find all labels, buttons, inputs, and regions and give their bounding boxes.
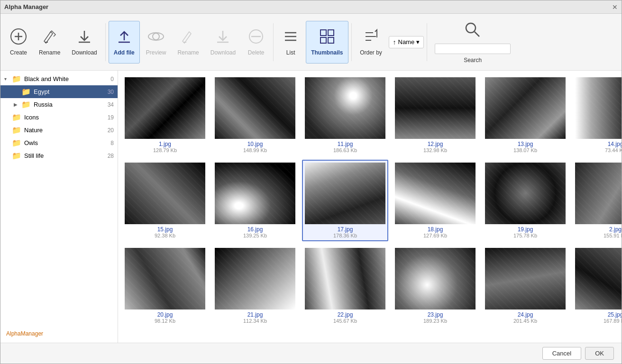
svg-point-25 bbox=[466, 23, 476, 33]
thumbnail-item[interactable]: 18.jpg127.69 Kb bbox=[392, 160, 478, 241]
ok-button[interactable]: OK bbox=[585, 347, 614, 360]
thumbnail-item[interactable]: 13.jpg138.07 Kb bbox=[482, 74, 568, 156]
rename-right-icon bbox=[180, 28, 197, 47]
rename-right-button[interactable]: Rename bbox=[172, 21, 204, 64]
thumbnail-image bbox=[575, 163, 622, 224]
thumbnail-filename: 15.jpg bbox=[157, 226, 173, 233]
download-left-icon bbox=[76, 28, 93, 47]
delete-button[interactable]: Delete bbox=[242, 21, 270, 64]
thumbnail-filesize: 127.69 Kb bbox=[423, 233, 447, 238]
russia-count: 34 bbox=[108, 101, 114, 108]
content-area[interactable]: 1.jpg128.79 Kb10.jpg148.99 Kb11.jpg186.6… bbox=[118, 71, 622, 343]
sidebar-item-russia[interactable]: ▶ 📁 Russia 34 bbox=[0, 98, 118, 111]
thumbnail-filesize: 138.07 Kb bbox=[513, 147, 537, 153]
icons-count: 19 bbox=[108, 114, 114, 121]
name-sort-selector[interactable]: ↑ Name ▾ bbox=[389, 36, 424, 48]
thumbnail-filename: 19.jpg bbox=[518, 226, 533, 233]
thumbnail-image bbox=[485, 248, 566, 309]
thumbnail-image bbox=[395, 77, 476, 139]
thumbnail-filename: 18.jpg bbox=[428, 226, 443, 233]
preview-button[interactable]: Preview bbox=[141, 21, 172, 64]
thumbnail-image bbox=[305, 248, 385, 309]
thumbnail-filename: 1.jpg bbox=[159, 141, 171, 147]
thumbnail-filesize: 112.34 Kb bbox=[243, 318, 267, 324]
folder-icon-owls: 📁 bbox=[12, 138, 21, 147]
nature-label: Nature bbox=[24, 127, 108, 134]
owls-count: 8 bbox=[110, 140, 114, 146]
thumbnail-item[interactable]: 10.jpg148.99 Kb bbox=[212, 74, 298, 156]
thumbnail-filename: 12.jpg bbox=[428, 141, 443, 147]
sidebar-item-black-and-white[interactable]: ▾ 📁 Black and White 0 bbox=[0, 73, 118, 85]
russia-label: Russia bbox=[34, 101, 108, 108]
folder-icon-icons: 📁 bbox=[12, 113, 21, 122]
thumbnail-item[interactable]: 11.jpg186.63 Kb bbox=[302, 74, 388, 156]
thumbnails-view-icon bbox=[319, 28, 336, 47]
thumbnail-filesize: 92.38 Kb bbox=[155, 233, 175, 238]
sidebar-item-still-life[interactable]: 📁 Still life 28 bbox=[0, 149, 118, 162]
thumbnail-filesize: 73.44 Kb bbox=[605, 147, 622, 153]
order-by-button[interactable]: Order by bbox=[355, 21, 388, 64]
folder-icon-nature: 📁 bbox=[12, 126, 21, 135]
sep3 bbox=[351, 23, 352, 61]
thumbnail-item[interactable]: 17.jpg178.36 Kb bbox=[302, 160, 388, 241]
download-right-label: Download bbox=[210, 49, 236, 56]
delete-label: Delete bbox=[248, 49, 265, 56]
main-area: ▾ 📁 Black and White 0 📁 Egypt 30 ▶ 📁 Rus… bbox=[0, 71, 622, 343]
add-file-button[interactable]: Add file bbox=[109, 21, 140, 64]
thumbnail-item[interactable]: 1.jpg128.79 Kb bbox=[122, 74, 208, 156]
sidebar-item-owls[interactable]: 📁 Owls 8 bbox=[0, 136, 118, 149]
thumbnail-image bbox=[125, 248, 205, 309]
thumbnails-grid: 1.jpg128.79 Kb10.jpg148.99 Kb11.jpg186.6… bbox=[122, 74, 618, 327]
egypt-label: Egypt bbox=[34, 88, 108, 95]
thumbnail-image bbox=[305, 163, 385, 224]
list-view-button[interactable]: List bbox=[276, 21, 305, 64]
svg-line-26 bbox=[475, 32, 479, 36]
thumbnail-filename: 16.jpg bbox=[247, 226, 263, 233]
sidebar-item-icons[interactable]: 📁 Icons 19 bbox=[0, 111, 118, 124]
thumbnail-filesize: 175.78 Kb bbox=[513, 233, 537, 238]
thumbnail-image bbox=[215, 248, 295, 309]
download-left-button[interactable]: Download bbox=[66, 21, 102, 64]
thumbnail-image bbox=[215, 77, 295, 139]
thumbnail-filename: 14.jpg bbox=[608, 141, 622, 147]
thumbnail-item[interactable]: 24.jpg201.45 Kb bbox=[482, 245, 568, 327]
thumbnail-filename: 10.jpg bbox=[247, 141, 263, 147]
thumbnail-image bbox=[575, 77, 622, 139]
thumbnail-item[interactable]: 25.jpg167.89 Kb bbox=[572, 245, 622, 327]
thumbnails-view-button[interactable]: Thumbnails bbox=[306, 21, 348, 64]
rename-left-label: Rename bbox=[39, 49, 60, 56]
create-button[interactable]: Create bbox=[4, 21, 33, 64]
svg-rect-19 bbox=[328, 30, 334, 36]
download-right-button[interactable]: Download bbox=[205, 21, 241, 64]
thumbnail-item[interactable]: 21.jpg112.34 Kb bbox=[212, 245, 298, 327]
thumbnail-item[interactable]: 2.jpg155.91 Kb bbox=[572, 160, 622, 241]
search-icon bbox=[463, 20, 482, 41]
rename-left-button[interactable]: Rename bbox=[34, 21, 65, 64]
thumbnail-filename: 13.jpg bbox=[518, 141, 533, 147]
cancel-button[interactable]: Cancel bbox=[542, 347, 581, 360]
thumbnail-image bbox=[485, 163, 566, 224]
name-sort-dropdown-icon: ▾ bbox=[416, 38, 420, 46]
thumbnail-filename: 2.jpg bbox=[609, 226, 622, 233]
thumbnail-item[interactable]: 22.jpg145.67 Kb bbox=[302, 245, 388, 327]
preview-icon bbox=[147, 28, 165, 47]
close-button[interactable]: ✕ bbox=[612, 4, 618, 10]
thumbnail-item[interactable]: 20.jpg98.12 Kb bbox=[122, 245, 208, 327]
svg-rect-18 bbox=[320, 30, 326, 36]
thumbnail-item[interactable]: 23.jpg189.23 Kb bbox=[392, 245, 478, 327]
thumbnail-filename: 25.jpg bbox=[608, 311, 622, 318]
thumbnail-item[interactable]: 19.jpg175.78 Kb bbox=[482, 160, 568, 241]
owls-label: Owls bbox=[24, 139, 110, 146]
thumbnail-item[interactable]: 12.jpg132.98 Kb bbox=[392, 74, 478, 156]
sidebar-item-nature[interactable]: 📁 Nature 20 bbox=[0, 124, 118, 136]
search-input[interactable] bbox=[435, 44, 511, 54]
expand-nature-icon bbox=[4, 127, 12, 133]
sep1 bbox=[105, 23, 106, 61]
thumbnail-item[interactable]: 15.jpg92.38 Kb bbox=[122, 160, 208, 241]
thumbnail-item[interactable]: 14.jpg73.44 Kb bbox=[572, 74, 622, 156]
sidebar-item-egypt[interactable]: 📁 Egypt 30 bbox=[0, 85, 118, 98]
thumbnail-item[interactable]: 16.jpg139.25 Kb bbox=[212, 160, 298, 241]
svg-point-8 bbox=[153, 33, 159, 40]
folder-icon: 📁 bbox=[12, 74, 21, 83]
window-title: Alpha Manager bbox=[4, 3, 48, 10]
